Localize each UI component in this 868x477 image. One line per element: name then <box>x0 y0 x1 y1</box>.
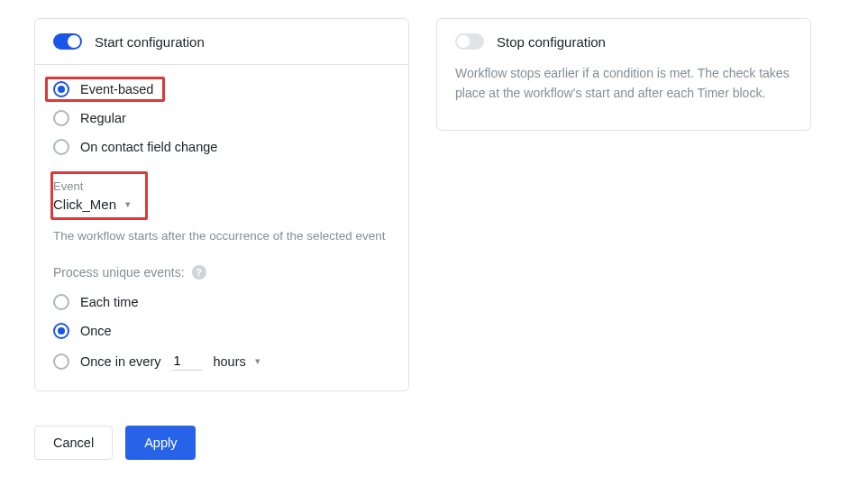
event-field-label: Event <box>53 179 131 193</box>
help-icon[interactable]: ? <box>192 265 206 280</box>
stop-config-description: Workflow stops earlier if a condition is… <box>437 64 810 130</box>
action-buttons: Cancel Apply <box>34 426 834 460</box>
radio-each-time-label: Each time <box>80 295 138 309</box>
start-config-title: Start configuration <box>95 34 205 50</box>
start-config-header: Start configuration <box>35 19 408 65</box>
interval-unit-select[interactable]: hours ▾ <box>213 354 260 369</box>
radio-once-in-every-label: Once in every <box>80 354 160 369</box>
radio-contact-change-label: On contact field change <box>80 140 217 154</box>
chevron-down-icon: ▾ <box>255 355 260 367</box>
apply-button[interactable]: Apply <box>125 426 196 460</box>
radio-regular-label: Regular <box>80 111 126 125</box>
trigger-type-radio-group: Event-based Regular On contact field cha… <box>53 81 390 155</box>
radio-once-label: Once <box>80 324 112 338</box>
process-unique-radio-group: Each time Once Once in every hours ▾ <box>53 294 390 371</box>
start-toggle[interactable] <box>53 33 82 50</box>
chevron-down-icon: ▾ <box>125 198 131 210</box>
stop-config-title: Stop configuration <box>497 34 606 50</box>
radio-each-time[interactable] <box>53 294 69 310</box>
radio-once[interactable] <box>53 323 69 339</box>
stop-config-panel: Stop configuration Workflow stops earlie… <box>436 18 811 131</box>
radio-once-in-every[interactable] <box>53 353 69 370</box>
radio-event-based[interactable] <box>53 81 69 97</box>
event-select-value: Click_Men <box>53 197 116 212</box>
event-helper-text: The workflow starts after the occurrence… <box>53 227 390 245</box>
radio-regular[interactable] <box>53 110 69 126</box>
radio-event-based-label: Event-based <box>80 82 153 96</box>
event-select[interactable]: Click_Men ▾ <box>53 197 131 212</box>
radio-contact-change[interactable] <box>53 139 69 155</box>
cancel-button[interactable]: Cancel <box>34 426 113 460</box>
start-config-panel: Start configuration Event-based Regular … <box>34 18 409 391</box>
highlight-event-field: Event Click_Men ▾ <box>50 171 148 220</box>
interval-input[interactable] <box>171 352 202 371</box>
process-unique-label-text: Process unique events: <box>53 265 185 280</box>
interval-unit-value: hours <box>213 354 245 369</box>
stop-config-header: Stop configuration <box>437 19 810 64</box>
highlight-event-based: Event-based <box>45 77 165 102</box>
process-unique-label: Process unique events: ? <box>53 265 390 280</box>
stop-toggle[interactable] <box>455 33 484 50</box>
